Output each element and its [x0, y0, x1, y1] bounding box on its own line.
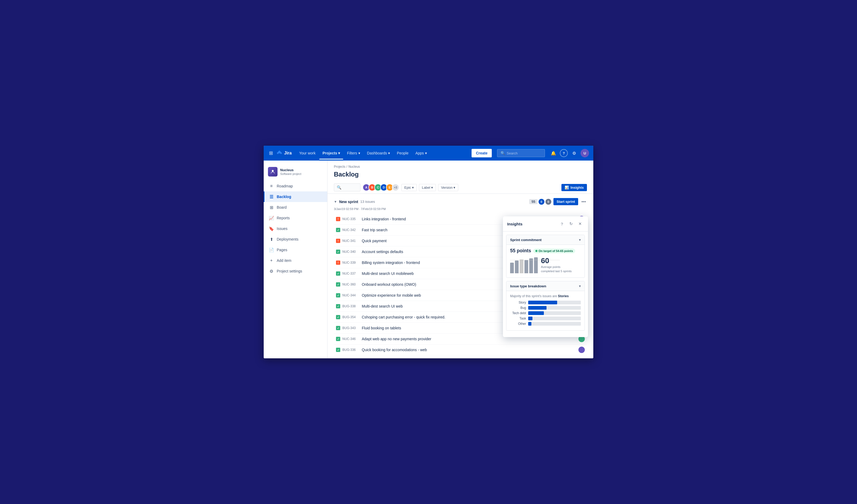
nav-apps[interactable]: Apps ▾ [412, 149, 430, 157]
content-wrapper: Projects / Nucleus Backlog 🔍 A B C [327, 161, 593, 358]
avatar-more[interactable]: +3 [392, 184, 399, 191]
sprint-commitment-body: 55 points On target of 54-65 points [506, 245, 585, 278]
help-button[interactable]: ? [560, 149, 568, 157]
issue-type-icon: ✓ [336, 326, 340, 330]
backlog-search[interactable]: 🔍 [334, 183, 360, 191]
issue-type-icon: ✓ [336, 315, 340, 319]
create-button[interactable]: Create [472, 149, 492, 157]
jira-logo[interactable]: Jira [276, 150, 291, 156]
issue-type-icon: ✓ [336, 304, 340, 308]
issue-key: NUC-337 [342, 272, 360, 275]
issue-avatar [578, 347, 585, 353]
nav-filters[interactable]: Filters ▾ [344, 149, 363, 157]
breakdown-bar-bg [528, 301, 581, 304]
project-type: Software project [280, 172, 301, 175]
issue-breakdown-title: Issue type breakdown [510, 284, 546, 288]
label-filter[interactable]: Label ▾ [419, 184, 436, 191]
projects-chevron: ▾ [338, 151, 340, 155]
issue-breakdown-card: Issue type breakdown ▾ Majority of this … [506, 281, 585, 331]
breadcrumb-projects[interactable]: Projects [334, 165, 345, 169]
insights-chart-icon: 📊 [565, 186, 569, 189]
bar-2 [515, 261, 519, 273]
sidebar-item-deployments[interactable]: ⬆ Deployments [264, 234, 327, 245]
issue-key: NUC-344 [342, 293, 360, 297]
search-icon: 🔍 [501, 151, 505, 155]
search-icon: 🔍 [337, 185, 341, 189]
breakdown-subtitle: Majority of this sprint's issues are Sto… [510, 294, 581, 298]
issue-type-icon: ✓ [336, 293, 340, 298]
commitment-row: 55 points On target of 54-65 points [510, 248, 581, 254]
version-filter[interactable]: Version ▾ [438, 184, 458, 191]
nav-projects[interactable]: Projects ▾ [319, 149, 343, 157]
issue-summary: Quick booking for accomodations - web [362, 348, 576, 352]
breadcrumb: Projects / Nucleus [327, 161, 593, 170]
create-issue-label: + Create issue [336, 358, 360, 358]
backlog-toolbar: 🔍 A B C D E +3 Epic ▾ Label ▾ Version ▾ … [327, 181, 593, 194]
insights-help-button[interactable]: ? [558, 220, 566, 228]
sprint-dates: 3/Jan/19 02:59 PM · 7/Feb/19 02:59 PM [334, 207, 587, 211]
sidebar-item-backlog[interactable]: ☰ Backlog [264, 191, 327, 202]
commitment-points: 55 points [510, 248, 531, 254]
issue-type-icon: ✓ [336, 348, 340, 352]
insights-close-button[interactable]: ✕ [576, 220, 584, 228]
sidebar-item-pages[interactable]: 📄 Pages [264, 245, 327, 255]
epic-filter[interactable]: Epic ▾ [401, 184, 417, 191]
issue-breakdown-chevron[interactable]: ▾ [579, 284, 581, 288]
create-issue-row[interactable]: + Create issue [334, 355, 587, 358]
filters-chevron: ▾ [358, 151, 360, 155]
sprint-more-options[interactable]: ••• [580, 198, 587, 205]
project-icon [268, 167, 278, 177]
start-sprint-button[interactable]: Start sprint [553, 198, 578, 205]
dashed-line [510, 260, 559, 260]
sidebar-item-board[interactable]: ⊞ Board [264, 202, 327, 213]
issue-row[interactable]: ✓ BUG-336 Quick booking for accomodation… [334, 345, 587, 355]
sidebar-item-issues[interactable]: 🔖 Issues [264, 223, 327, 234]
search-box[interactable]: 🔍 Search [497, 149, 545, 157]
breakdown-row-label: Task [510, 317, 526, 320]
breakdown-row-label: Tech debt [510, 311, 526, 315]
breakdown-row: Tech debt [510, 311, 581, 315]
nav-people[interactable]: People [394, 149, 412, 157]
sidebar-item-project-settings[interactable]: ⚙ Project settings [264, 266, 327, 276]
insights-button[interactable]: 📊 Insights [561, 184, 587, 191]
issues-icon: 🔖 [269, 226, 274, 231]
breadcrumb-sep1: / [346, 165, 347, 169]
issue-breakdown-body: Majority of this sprint's issues are Sto… [506, 291, 585, 331]
insights-refresh-button[interactable]: ↻ [567, 220, 575, 228]
sidebar-item-add-item[interactable]: + Add item [264, 255, 327, 266]
issue-key: BUG-336 [342, 348, 360, 352]
user-avatar[interactable]: U [581, 149, 589, 157]
breakdown-bar-bg [528, 317, 581, 320]
settings-button[interactable]: ⚙ [570, 149, 578, 157]
breakdown-bar-bg [528, 322, 581, 326]
insights-panel-actions: ? ↻ ✕ [558, 220, 584, 228]
issue-summary: Adapt web app no new payments provider [362, 337, 576, 341]
sprint-toggle[interactable]: ▼ [334, 200, 337, 204]
nav-your-work[interactable]: Your work [296, 149, 319, 157]
breakdown-row-label: Bug [510, 306, 526, 310]
page-title: Backlog [334, 171, 358, 178]
breadcrumb-nucleus[interactable]: Nucleus [349, 165, 360, 169]
bar-6 [534, 257, 538, 273]
search-placeholder: Search [507, 151, 518, 155]
issue-breakdown-header: Issue type breakdown ▾ [506, 281, 585, 291]
issue-key: NUC-341 [342, 239, 360, 243]
issue-type-icon: ! [336, 217, 340, 221]
breakdown-bar-bg [528, 306, 581, 310]
svg-point-0 [272, 170, 274, 172]
issue-type-icon: ✓ [336, 228, 340, 232]
board-icon: ⊞ [269, 205, 274, 210]
sidebar-item-reports[interactable]: 📈 Reports [264, 213, 327, 223]
on-target-text: On target of 54-65 points [539, 249, 573, 253]
settings-icon: ⚙ [269, 268, 274, 274]
reports-icon: 📈 [269, 215, 274, 221]
breakdown-row: Story [510, 301, 581, 304]
nav-dashboards[interactable]: Dashboards ▾ [364, 149, 393, 157]
grid-icon[interactable]: ⊞ [268, 149, 274, 157]
sidebar-item-roadmap[interactable]: ≡ Roadmap [264, 181, 327, 191]
notification-button[interactable]: 🔔 [549, 149, 558, 157]
deployments-icon: ⬆ [269, 237, 274, 242]
sprint-commitment-chevron[interactable]: ▾ [579, 238, 581, 242]
add-icon: + [269, 258, 274, 263]
nav-items: Your work Projects ▾ Filters ▾ Dashboard… [296, 149, 467, 157]
